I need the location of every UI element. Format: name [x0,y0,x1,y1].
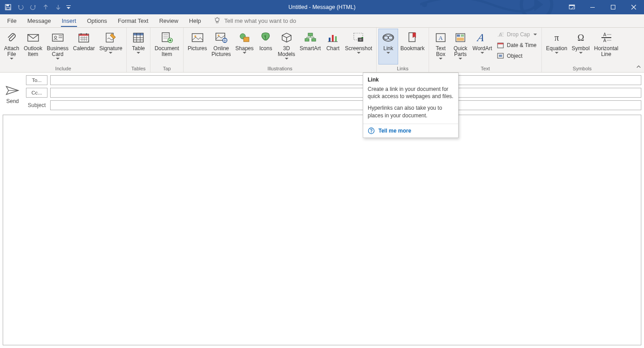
cc-input[interactable] [50,88,641,98]
ribbon-tabs: File Message Insert Options Format Text … [0,14,644,28]
subject-input[interactable] [50,100,641,110]
group-links: Link Bookmark Links [377,28,429,72]
minimize-button[interactable] [582,0,603,14]
send-label: Send [6,98,19,104]
svg-point-14 [54,36,56,39]
icons-button[interactable]: Icons [256,29,275,64]
calendar-small-icon [497,42,504,49]
titlebar-decoration [420,0,563,14]
tab-options[interactable]: Options [82,14,112,27]
svg-point-4 [521,0,552,14]
svg-rect-11 [216,21,218,23]
tell-me-more-button[interactable]: ? Tell me more [363,124,458,137]
collapse-ribbon-button[interactable] [636,64,641,70]
close-button[interactable] [623,0,644,14]
horizontal-line-icon: AA [599,30,614,45]
svg-text:A: A [603,32,606,37]
next-item-button[interactable] [52,0,64,14]
svg-text:?: ? [370,129,373,133]
cc-button[interactable]: Cc... [26,88,47,98]
business-card-button[interactable]: Business Card [44,29,71,64]
screenshot-icon [352,30,366,45]
object-icon [497,52,504,60]
link-icon [381,30,395,45]
icons-icon [258,30,273,45]
svg-rect-38 [192,34,203,42]
drop-cap-icon: A [497,31,504,38]
svg-text:A: A [477,32,485,43]
chart-button[interactable]: Chart [323,29,343,64]
signature-button[interactable]: Signature [97,29,125,64]
tell-me-label: Tell me what you want to do [224,17,296,24]
document-item-button[interactable]: Document Item [152,29,181,64]
pictures-button[interactable]: Pictures [185,29,209,64]
undo-button[interactable] [14,0,27,14]
save-button[interactable] [2,0,14,14]
group-label: Include [2,64,125,73]
svg-rect-1 [6,4,9,6]
tab-insert[interactable]: Insert [56,14,82,27]
smartart-button[interactable]: SmartArt [297,29,323,64]
title-bar: Untitled - Message (HTML) [0,0,644,14]
paperclip-icon [4,30,19,45]
window-title: Untitled - Message (HTML) [0,4,644,10]
tab-help[interactable]: Help [184,14,206,27]
text-box-button[interactable]: A Text Box [431,29,451,64]
symbol-button[interactable]: Ω Symbol [570,29,592,64]
to-button[interactable]: To... [26,75,47,85]
ribbon-display-options-button[interactable] [562,0,582,14]
message-body[interactable] [3,115,641,345]
signature-icon [103,30,118,45]
quick-parts-icon [453,30,468,45]
svg-rect-28 [133,33,143,35]
svg-point-5 [422,2,427,7]
calendar-button[interactable]: Calendar [71,29,97,64]
help-icon: ? [368,127,375,134]
bookmark-button[interactable]: Bookmark [398,29,427,64]
svg-rect-48 [329,38,331,42]
group-tap: Document Item Tap [150,28,184,72]
object-button[interactable]: Object [495,51,539,61]
screenshot-button[interactable]: Screenshot [343,29,374,64]
svg-point-41 [218,34,219,36]
attach-file-button[interactable]: Attach File [2,29,21,64]
maximize-button[interactable] [603,0,623,14]
tab-review[interactable]: Review [154,14,184,27]
tab-message[interactable]: Message [22,14,56,27]
qat-customize-button[interactable] [64,0,73,14]
group-tables: Table Tables [127,28,150,72]
horizontal-line-button[interactable]: AA Horizontal Line [592,29,621,64]
card-icon [51,30,65,45]
quick-parts-button[interactable]: Quick Parts [451,29,470,64]
to-input[interactable] [50,75,641,85]
calendar-icon [77,30,91,45]
tell-me-search[interactable]: Tell me what you want to do [214,14,296,27]
wordart-button[interactable]: A WordArt [470,29,494,64]
online-pictures-button[interactable]: Online Pictures [209,29,233,64]
date-time-button[interactable]: Date & Time [495,40,539,50]
subject-label: Subject [26,102,47,108]
send-button[interactable] [5,85,20,96]
document-plus-icon [160,30,174,45]
compose-header: Send To... Cc... Subject [0,73,644,112]
outlook-item-button[interactable]: Outlook Item [21,29,44,64]
redo-button[interactable] [27,0,39,14]
shapes-button[interactable]: Shapes [233,29,256,64]
equation-button[interactable]: π Equation [544,29,569,64]
table-button[interactable]: Table [129,29,148,64]
prev-item-button[interactable] [39,0,52,14]
svg-rect-44 [244,37,249,42]
svg-rect-71 [498,43,503,44]
wordart-icon: A [475,30,489,45]
tooltip-title: Link [368,77,454,83]
drop-cap-button[interactable]: A Drop Cap [495,30,539,39]
dropdown-caret-icon [10,58,13,60]
tab-file[interactable]: File [2,14,22,27]
3d-models-button[interactable]: 3D Models [275,29,297,64]
svg-point-39 [194,35,196,37]
tab-format-text[interactable]: Format Text [112,14,154,27]
group-symbols: π Equation Ω Symbol AA Horizontal Line S… [542,28,622,72]
link-button[interactable]: Link [378,29,398,64]
svg-rect-9 [611,5,615,9]
group-illustrations: Pictures Online Pictures Shapes Icons 3D… [184,28,377,72]
